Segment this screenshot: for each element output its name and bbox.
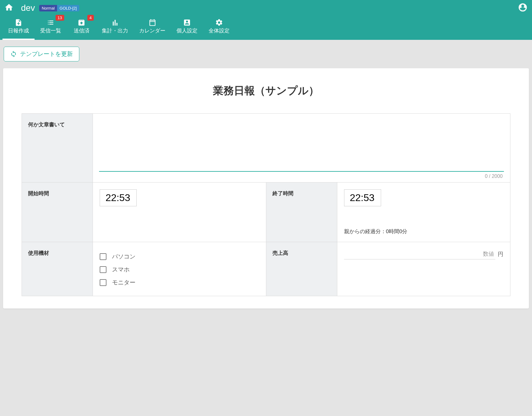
equipment-option-2[interactable]: モニター: [100, 276, 259, 289]
tab-label: 受信一覧: [40, 27, 61, 34]
tab-label: 日報作成: [8, 27, 29, 34]
equipment-option-label: スマホ: [112, 266, 130, 274]
main-tabs: 日報作成受信一覧13送信済4集計・出力カレンダー個人設定全体設定: [0, 14, 532, 40]
event-icon: [139, 19, 165, 26]
bar_chart-icon: [102, 19, 128, 26]
tab-3[interactable]: 集計・出力: [96, 14, 134, 40]
tab-label: 全体設定: [209, 27, 230, 34]
equipment-option-label: パソコン: [112, 253, 135, 261]
env-name: dev: [21, 3, 35, 13]
row-free-text: 何か文章書いて 0 / 2000: [22, 114, 510, 183]
tab-0[interactable]: 日報作成: [2, 14, 35, 40]
tab-label: 集計・出力: [102, 27, 128, 34]
sync-icon: [10, 51, 17, 57]
sales-input[interactable]: [344, 249, 496, 259]
account_box-icon: [177, 19, 197, 26]
tab-6[interactable]: 全体設定: [203, 14, 235, 40]
start-time-label: 開始時間: [22, 183, 93, 242]
tab-badge: 13: [56, 15, 64, 21]
sales-unit: 円: [498, 250, 503, 258]
update-template-label: テンプレートを更新: [20, 50, 73, 58]
report-title: 業務日報（サンプル）: [22, 84, 510, 98]
tab-4[interactable]: カレンダー: [134, 14, 171, 40]
equipment-option-label: モニター: [112, 279, 135, 287]
free-text-counter: 0 / 2000: [99, 172, 504, 180]
equipment-option-0[interactable]: パソコン: [100, 250, 259, 263]
update-template-button[interactable]: テンプレートを更新: [4, 47, 79, 61]
app-header: dev Normal GOLD-[2] 日報作成受信一覧13送信済4集計・出力カ…: [0, 0, 532, 40]
tab-label: 送信済: [72, 27, 91, 34]
tab-label: カレンダー: [139, 27, 165, 34]
end-time-elapsed-note: 親からの経過分：0時間0分: [344, 206, 504, 235]
equipment-label: 使用機材: [22, 242, 93, 296]
start-time-input[interactable]: 22:53: [100, 189, 137, 206]
row-times: 開始時間 22:53 終了時間 22:53 親からの経過分：0時間0分: [22, 183, 510, 242]
tab-2[interactable]: 送信済4: [67, 14, 96, 40]
settings-icon: [209, 19, 230, 26]
plan-badge-normal: Normal: [39, 5, 57, 11]
sales-label: 売上高: [266, 242, 337, 296]
checkbox-icon: [100, 266, 106, 273]
plan-badge-gold: GOLD-[2]: [57, 5, 79, 11]
tab-label: 個人設定: [177, 27, 197, 34]
report-card: 業務日報（サンプル） 何か文章書いて 0 / 2000 開始時間 22:53: [3, 68, 529, 309]
row-equipment-sales: 使用機材 パソコンスマホモニター 売上高 円: [22, 242, 510, 296]
end-time-label: 終了時間: [266, 183, 337, 242]
home-icon[interactable]: [4, 3, 14, 13]
equipment-option-1[interactable]: スマホ: [100, 263, 259, 276]
note_add-icon: [8, 19, 29, 26]
tab-5[interactable]: 個人設定: [171, 14, 203, 40]
tab-badge: 4: [87, 15, 94, 21]
free-text-input[interactable]: [99, 119, 504, 172]
checkbox-icon: [100, 279, 106, 286]
checkbox-icon: [100, 253, 106, 260]
plan-badges: Normal GOLD-[2]: [39, 5, 79, 11]
report-form: 何か文章書いて 0 / 2000 開始時間 22:53 終了時間: [22, 113, 510, 296]
end-time-input[interactable]: 22:53: [344, 189, 381, 206]
account-icon[interactable]: [518, 2, 528, 14]
equipment-options: パソコンスマホモニター: [100, 249, 259, 289]
free-text-label: 何か文章書いて: [22, 114, 93, 182]
tab-1[interactable]: 受信一覧13: [35, 14, 67, 40]
